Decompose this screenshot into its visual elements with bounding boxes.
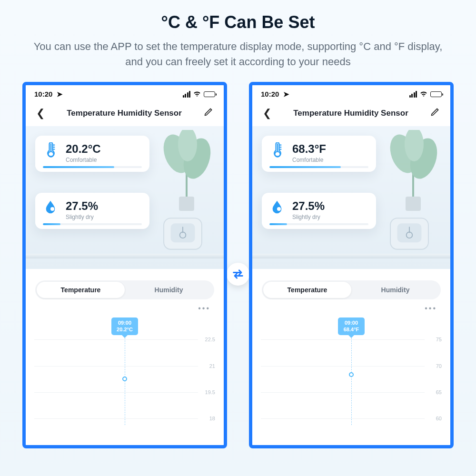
temperature-bar bbox=[43, 166, 142, 168]
chart-tooltip: 09:00 68.4°F bbox=[338, 317, 365, 336]
tooltip-value: 20.2°C bbox=[116, 327, 134, 333]
nav-bar: ❮ Temperature Humidity Sensor bbox=[26, 101, 224, 123]
swap-icon bbox=[227, 263, 249, 286]
humidity-value: 27.5% bbox=[292, 199, 325, 213]
temperature-status: Comfortable bbox=[292, 157, 326, 163]
tab-humidity[interactable]: Humidity bbox=[125, 282, 213, 298]
plant-illustration bbox=[158, 130, 215, 211]
temperature-card[interactable]: 68.3°F Comfortable bbox=[262, 136, 376, 172]
more-button[interactable]: ••• bbox=[252, 299, 450, 313]
signal-icon bbox=[183, 91, 191, 98]
tab-temperature[interactable]: Temperature bbox=[37, 282, 125, 298]
chart-tooltip: 09:00 20.2°C bbox=[111, 317, 138, 336]
droplet-icon bbox=[269, 199, 286, 216]
tab-humidity[interactable]: Humidity bbox=[351, 282, 439, 298]
y-tick: 19.5 bbox=[205, 389, 215, 395]
location-icon: ➤ bbox=[57, 90, 63, 98]
temperature-chart[interactable]: 75 70 65 60 09:00 68.4°F bbox=[261, 316, 442, 425]
temperature-card[interactable]: 20.2°C Comfortable bbox=[35, 136, 149, 172]
humidity-value: 27.5% bbox=[66, 199, 98, 213]
sensor-device-illustration bbox=[161, 216, 205, 253]
tooltip-time: 09:00 bbox=[116, 320, 134, 327]
y-tick: 75 bbox=[436, 337, 442, 342]
svg-point-12 bbox=[50, 207, 54, 211]
wifi-icon bbox=[193, 90, 201, 98]
page-description: You can use the APP to set the temperatu… bbox=[0, 39, 476, 69]
y-tick: 70 bbox=[436, 363, 442, 369]
battery-icon bbox=[204, 91, 215, 97]
temperature-status: Comfortable bbox=[66, 157, 101, 163]
y-tick: 22.5 bbox=[205, 337, 215, 342]
hero-area: 68.3°F Comfortable 27.5% Slightly dry bbox=[252, 126, 450, 269]
humidity-card[interactable]: 27.5% Slightly dry bbox=[262, 193, 376, 229]
y-tick: 18 bbox=[209, 416, 215, 421]
chart-data-point bbox=[122, 377, 127, 381]
plant-illustration bbox=[385, 130, 442, 211]
tooltip-value: 68.4°F bbox=[342, 327, 360, 333]
phone-celsius: 10:20 ➤ ❮ Temperature Humidity Sensor bbox=[22, 82, 227, 448]
tab-temperature[interactable]: Temperature bbox=[263, 282, 351, 298]
location-icon: ➤ bbox=[283, 90, 289, 98]
svg-rect-3 bbox=[179, 197, 194, 211]
chart-indicator-line bbox=[351, 336, 352, 425]
edit-button[interactable] bbox=[427, 105, 443, 121]
y-tick: 21 bbox=[209, 363, 215, 369]
humidity-status: Slightly dry bbox=[292, 214, 325, 220]
edit-button[interactable] bbox=[201, 105, 216, 121]
humidity-status: Slightly dry bbox=[66, 214, 98, 220]
status-time: 10:20 bbox=[261, 90, 279, 98]
status-bar: 10:20 ➤ bbox=[252, 85, 450, 101]
temperature-bar bbox=[269, 166, 368, 168]
tooltip-time: 09:00 bbox=[342, 320, 360, 327]
temperature-value: 20.2°C bbox=[66, 142, 101, 156]
svg-rect-16 bbox=[406, 197, 421, 211]
status-time: 10:20 bbox=[34, 90, 52, 98]
thermometer-icon bbox=[43, 142, 59, 159]
more-button[interactable]: ••• bbox=[26, 299, 224, 313]
wifi-icon bbox=[420, 90, 427, 98]
nav-bar: ❮ Temperature Humidity Sensor bbox=[252, 101, 450, 123]
droplet-icon bbox=[43, 199, 59, 216]
sensor-device-illustration bbox=[387, 216, 431, 253]
screen-title: Temperature Humidity Sensor bbox=[67, 109, 182, 118]
chart-data-point bbox=[349, 372, 354, 377]
temperature-value: 68.3°F bbox=[292, 142, 326, 156]
screen-title: Temperature Humidity Sensor bbox=[293, 109, 408, 118]
status-bar: 10:20 ➤ bbox=[26, 85, 224, 101]
phone-fahrenheit: 10:20 ➤ ❮ Temperature Humidity Sensor bbox=[249, 82, 454, 448]
shelf-illustration bbox=[26, 254, 224, 258]
y-tick: 65 bbox=[436, 389, 442, 395]
humidity-bar bbox=[43, 223, 142, 225]
shelf-illustration bbox=[252, 254, 450, 258]
hero-area: 20.2°C Comfortable 27.5% Slightly dry bbox=[26, 126, 224, 269]
segmented-control: Temperature Humidity bbox=[262, 280, 441, 299]
back-button[interactable]: ❮ bbox=[33, 105, 48, 121]
back-button[interactable]: ❮ bbox=[260, 105, 274, 121]
humidity-card[interactable]: 27.5% Slightly dry bbox=[35, 193, 149, 229]
segmented-control: Temperature Humidity bbox=[35, 280, 214, 299]
battery-icon bbox=[430, 91, 442, 97]
page-title: °C & °F Can Be Set bbox=[0, 0, 476, 32]
signal-icon bbox=[409, 91, 417, 98]
svg-point-25 bbox=[277, 207, 281, 211]
temperature-chart[interactable]: 22.5 21 19.5 18 09:00 20.2°C bbox=[34, 316, 215, 425]
thermometer-icon bbox=[269, 142, 286, 159]
y-tick: 60 bbox=[436, 416, 442, 421]
humidity-bar bbox=[269, 223, 368, 225]
